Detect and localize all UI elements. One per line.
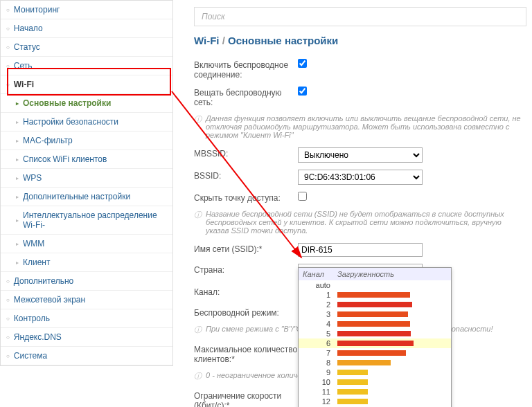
mbssid-select[interactable]: Выключено [298,147,423,163]
sidebar-item-firewall[interactable]: ○Межсетевой экран [1,291,172,309]
channel-option[interactable]: 10 [299,377,451,387]
search-input[interactable]: Поиск [194,7,526,26]
channel-option-label: 2 [303,300,337,309]
channel-option-label: 10 [303,378,337,386]
channel-option-label: 3 [303,310,337,318]
speed-limit-label: Ограничение скорости (Кбит/с):* [194,390,298,407]
info-icon: ⓘ [194,210,202,220]
load-bar [337,389,368,395]
sidebar-item-label: Система [14,351,47,361]
bssid-label: BSSID: [194,170,298,181]
channel-option-label: 7 [303,349,337,357]
sidebar-item-monitoring[interactable]: ○Мониторинг [1,1,172,19]
hint-text: 0 - неограниченное количест [206,371,312,379]
sidebar-item-advanced[interactable]: ▸Дополнительные настройки [1,188,172,206]
sidebar-item-label: Список WiFi клиентов [23,154,107,164]
sidebar-item-more[interactable]: ○Дополнительно [1,272,172,291]
channel-option-label: 12 [303,397,337,406]
channel-option[interactable]: auto [299,280,451,290]
breadcrumb-part[interactable]: Wi-Fi [194,35,220,46]
channel-dropdown[interactable]: Канал Загруженность auto1234567891011121… [298,267,452,407]
load-bar [337,379,368,385]
channel-option[interactable]: 12 [299,397,451,406]
chevron-right-icon: ▸ [16,100,19,107]
sidebar-item-label: Статус [14,42,40,52]
load-bar [337,302,412,307]
sidebar-item-label: Межсетевой экран [14,295,85,305]
bullet-icon: ○ [6,334,10,341]
hide-ap-checkbox[interactable] [298,192,307,201]
hint-text: Данная функция позволяет включить или вы… [206,114,526,139]
info-icon: ⓘ [194,114,202,125]
sidebar-item-smart-wifi[interactable]: ▸Интеллектуальное распределение Wi-Fi- [1,206,172,235]
sidebar-item-status[interactable]: ○Статус [1,38,172,57]
sidebar-item-wifi[interactable]: ○Wi-Fi [1,75,172,94]
load-bar [337,370,368,375]
col-channel: Канал [303,270,337,278]
sidebar-item-label: Сеть [14,61,33,71]
channel-option-label: 11 [303,388,337,396]
sidebar-item-network[interactable]: ○Сеть [1,57,172,75]
channel-option[interactable]: 2 [299,300,451,309]
channel-option[interactable]: 9 [299,368,451,377]
sidebar-item-label: Начало [14,24,43,33]
ssid-input[interactable] [298,243,423,257]
sidebar-item-system[interactable]: ○Система [1,347,172,365]
channel-option[interactable]: 6 [299,338,451,348]
bullet-icon: ○ [6,44,10,51]
sidebar-item-security[interactable]: ▸Настройки безопасности [1,113,172,132]
sidebar-item-label: Дополнительно [14,276,73,286]
sidebar-item-yandex-dns[interactable]: ○Яндекс.DNS [1,328,172,347]
mbssid-label: MBSSID: [194,147,298,159]
sidebar-item-label: Клиент [23,257,51,267]
sidebar-item-wps[interactable]: ▸WPS [1,169,172,188]
sidebar-item-wmm[interactable]: ▸WMM [1,235,172,253]
channel-option-label: 6 [303,339,337,347]
bullet-icon: ○ [6,316,10,322]
hide-ap-label: Скрыть точку доступа: [194,192,298,203]
sidebar-item-label: Контроль [14,314,50,323]
sidebar-item-control[interactable]: ○Контроль [1,309,172,328]
sidebar-item-clients[interactable]: ▸Список WiFi клиентов [1,150,172,169]
enable-wireless-checkbox[interactable] [298,59,307,68]
sidebar-item-client[interactable]: ▸Клиент [1,253,172,272]
chevron-right-icon: ▸ [16,138,19,144]
sidebar-item-label: WPS [23,173,42,183]
sidebar: ○Мониторинг ○Начало ○Статус ○Сеть ○Wi-Fi… [0,0,173,366]
load-bar [337,292,410,298]
sidebar-item-start[interactable]: ○Начало [1,19,172,38]
channel-option[interactable]: 4 [299,319,451,329]
sidebar-item-mac-filter[interactable]: ▸MAC-фильтр [1,132,172,150]
channel-option[interactable]: 8 [299,358,451,368]
channel-option[interactable]: 7 [299,348,451,358]
chevron-right-icon: ▸ [16,194,19,200]
sidebar-item-label: Wi-Fi [14,80,34,89]
channel-option-label: 5 [303,329,337,338]
channel-option[interactable]: 3 [299,309,451,319]
mode-label: Беспроводной режим: [194,307,298,318]
sidebar-item-label: Настройки безопасности [23,117,118,127]
load-bar [337,399,368,404]
load-bar [337,341,414,346]
channel-option[interactable]: 5 [299,329,451,338]
sidebar-item-label: WMM [23,239,44,248]
channel-option-label: 9 [303,368,337,377]
bullet-icon: ○ [6,278,10,284]
country-label: Страна: [194,264,298,275]
channel-option[interactable]: 11 [299,387,451,397]
breadcrumb-sep: / [222,35,225,46]
sidebar-item-basic-settings[interactable]: ▸Основные настройки [1,94,172,113]
sidebar-item-label: Основные настройки [23,98,111,108]
bssid-select[interactable]: 9C:D6:43:3D:01:06 [298,170,423,185]
broadcast-checkbox[interactable] [298,87,307,96]
sidebar-item-label: Яндекс.DNS [14,332,62,342]
channel-option-label: auto [303,281,337,289]
bullet-icon: ○ [6,63,10,69]
bullet-icon: ○ [6,82,10,88]
info-icon: ⓘ [194,371,202,381]
channel-option[interactable]: 1 [299,290,451,300]
dropdown-header: Канал Загруженность [299,268,451,280]
channel-option-label: 8 [303,359,337,367]
sidebar-item-label: Дополнительные настройки [23,192,130,201]
channel-option-label: 4 [303,320,337,328]
